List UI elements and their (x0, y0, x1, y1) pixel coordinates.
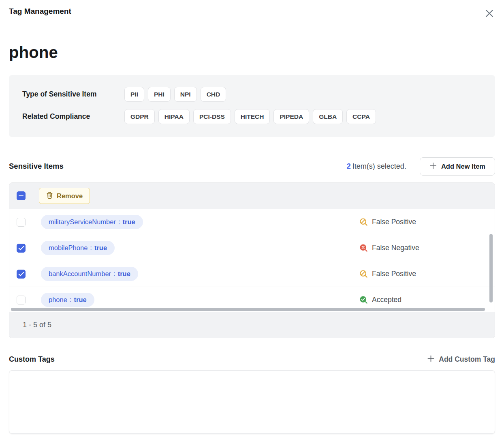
sensitive-item-pill[interactable]: phone:true (41, 293, 94, 307)
sensitive-type-label: Type of Sensitive Item (22, 90, 124, 99)
row-status-label: Accepted (372, 296, 401, 304)
tag-name-heading: phone (9, 43, 495, 62)
compliance-row: Related Compliance GDPR HIPAA PCI-DSS HI… (22, 109, 482, 124)
add-custom-tag-button[interactable]: Add Custom Tag (427, 355, 495, 364)
custom-tags-box[interactable] (9, 370, 495, 434)
row-status: False Positive (359, 270, 416, 278)
sensitive-type-chip: CHD (201, 87, 226, 102)
table-row: bankAccountNumber:true False Positive (9, 261, 495, 287)
table-toolbar: Remove (9, 183, 495, 209)
false-positive-icon (359, 218, 368, 226)
tag-info-panel: Type of Sensitive Item PII PHI NPI CHD R… (9, 75, 495, 137)
compliance-chip: HITECH (235, 109, 270, 124)
plus-icon (427, 355, 435, 364)
row-checkbox[interactable] (17, 244, 26, 253)
sensitive-type-row: Type of Sensitive Item PII PHI NPI CHD (22, 87, 482, 102)
row-status: Accepted (359, 296, 401, 304)
add-custom-tag-label: Add Custom Tag (439, 355, 495, 364)
sensitive-item-pill[interactable]: mobilePhone:true (41, 241, 115, 255)
row-status: False Negative (359, 244, 419, 252)
add-new-item-label: Add New Item (441, 163, 485, 170)
compliance-chip: GLBA (313, 109, 343, 124)
table-footer: 1 - 5 of 5 (9, 312, 495, 338)
vertical-scrollbar[interactable] (489, 234, 493, 302)
accepted-icon (359, 296, 368, 304)
modal-header: Tag Management (9, 6, 495, 22)
remove-button[interactable]: Remove (39, 188, 90, 204)
sensitive-items-table: Remove militaryServiceNumber:true False … (9, 182, 495, 338)
row-status-label: False Positive (372, 270, 416, 278)
plus-icon (429, 162, 437, 171)
row-checkbox[interactable] (17, 270, 26, 279)
remove-button-label: Remove (57, 192, 83, 200)
row-checkbox[interactable] (17, 296, 26, 304)
table-rows-viewport: militaryServiceNumber:true False Positiv… (9, 209, 495, 312)
modal-title: Tag Management (9, 6, 71, 16)
compliance-chip: PIPEDA (273, 109, 309, 124)
selected-count: 2 (347, 162, 351, 170)
row-status: False Positive (359, 218, 416, 226)
pagination-text: 1 - 5 of 5 (23, 321, 51, 329)
sensitive-items-title: Sensitive Items (9, 162, 64, 171)
tag-management-modal: Tag Management phone Type of Sensitive I… (0, 0, 504, 446)
custom-tags-header: Custom Tags Add Custom Tag (9, 355, 495, 364)
table-row: mobilePhone:true False Negative (9, 235, 495, 261)
selected-count-text: 2Item(s) selected. (347, 162, 406, 171)
horizontal-scrollbar[interactable] (11, 308, 485, 311)
select-all-checkbox[interactable] (17, 191, 26, 200)
compliance-chip: HIPAA (158, 109, 190, 124)
compliance-chip: PCI-DSS (193, 109, 231, 124)
compliance-chips: GDPR HIPAA PCI-DSS HITECH PIPEDA GLBA CC… (124, 109, 376, 124)
sensitive-type-chip: PII (124, 87, 144, 102)
add-new-item-button[interactable]: Add New Item (420, 157, 495, 176)
false-positive-icon (359, 270, 368, 278)
custom-tags-title: Custom Tags (9, 355, 55, 364)
selection-group: 2Item(s) selected. Add New Item (347, 157, 495, 176)
sensitive-items-header: Sensitive Items 2Item(s) selected. Add N… (9, 157, 495, 176)
row-checkbox[interactable] (17, 218, 26, 227)
trash-icon (46, 191, 53, 200)
close-button[interactable] (481, 6, 498, 22)
false-negative-icon (359, 244, 368, 252)
close-icon (482, 6, 497, 22)
compliance-label: Related Compliance (22, 112, 124, 121)
sensitive-type-chips: PII PHI NPI CHD (124, 87, 226, 102)
sensitive-item-pill[interactable]: bankAccountNumber:true (41, 267, 138, 281)
sensitive-item-pill[interactable]: militaryServiceNumber:true (41, 215, 143, 229)
sensitive-type-chip: PHI (148, 87, 171, 102)
table-row: militaryServiceNumber:true False Positiv… (9, 209, 495, 235)
sensitive-type-chip: NPI (174, 87, 197, 102)
compliance-chip: CCPA (346, 109, 376, 124)
row-status-label: False Negative (372, 244, 419, 252)
compliance-chip: GDPR (124, 109, 155, 124)
row-status-label: False Positive (372, 218, 416, 226)
